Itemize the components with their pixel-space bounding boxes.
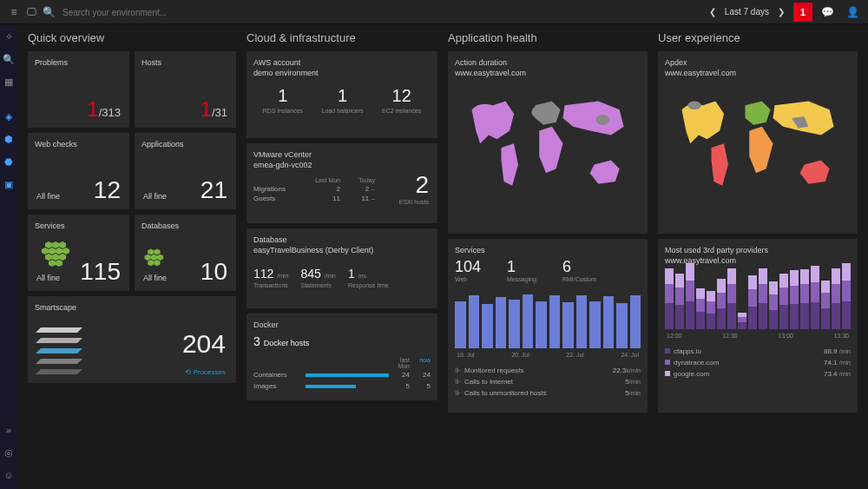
- col-quick-overview: Quick overview Problems 1/313 Hosts 1/31…: [28, 31, 236, 482]
- col-ux: User experience Apdex www.easytravel.com: [658, 31, 858, 482]
- docker-hosts-label: Docker hosts: [264, 339, 310, 347]
- problems-total: /313: [99, 106, 121, 119]
- tile-label: VMware vCenter: [253, 150, 431, 159]
- svg-marker-12: [148, 248, 154, 254]
- tile-label: Services: [35, 221, 122, 230]
- providers-bar-chart: [665, 274, 851, 329]
- tile-action-duration[interactable]: Action duration www.easytravel.com: [448, 51, 648, 234]
- webchecks-count: 12: [94, 176, 121, 204]
- tile-webchecks[interactable]: Web checks All fine 12: [28, 133, 129, 209]
- svg-marker-15: [151, 254, 157, 261]
- services-count: 115: [80, 258, 121, 286]
- svg-marker-5: [56, 248, 62, 254]
- tile-subtitle: demo environment: [253, 69, 431, 77]
- svg-marker-16: [157, 254, 163, 261]
- chat-icon[interactable]: 💬: [818, 6, 838, 18]
- nav-app-icon[interactable]: ▣: [0, 175, 17, 193]
- metric-value: 1: [322, 86, 364, 106]
- topbar-right: ❮ Last 7 days ❯ 1 💬 👤: [706, 3, 863, 22]
- tile-label: Apdex: [665, 58, 851, 67]
- tile-label: Database: [253, 235, 431, 244]
- services-xaxis: 18. Jul20. Jul22. Jul24. Jul: [455, 352, 641, 358]
- alert-badge[interactable]: 1: [793, 3, 812, 22]
- tile-docker[interactable]: Docker 3 Docker hosts last Monnow Contai…: [247, 314, 437, 400]
- tile-smartscape[interactable]: Smartscape 204 Processes: [28, 296, 236, 383]
- svg-marker-14: [145, 254, 151, 261]
- smartscape-count: 204: [182, 329, 226, 359]
- svg-marker-0: [45, 241, 52, 248]
- nav-expand-icon[interactable]: »: [0, 421, 17, 439]
- problems-count: 1: [87, 97, 98, 121]
- next-period-icon[interactable]: ❯: [774, 7, 788, 17]
- tile-subtitle: www.easytravel.com: [665, 69, 851, 77]
- nav-target-icon[interactable]: ◎: [0, 444, 17, 461]
- search-icon[interactable]: 🔍: [40, 6, 57, 18]
- svg-marker-11: [56, 260, 62, 267]
- svg-point-19: [532, 104, 556, 120]
- time-period[interactable]: Last 7 days: [725, 7, 769, 17]
- search-input[interactable]: [57, 4, 318, 21]
- svg-point-21: [687, 102, 701, 110]
- top-bar: ≡ 🖵 🔍 ❮ Last 7 days ❯ 1 💬 👤: [0, 0, 868, 24]
- tile-services[interactable]: Services All fine 115: [28, 215, 129, 291]
- tile-label: Applications: [141, 140, 229, 149]
- nav-db-icon[interactable]: ⬣: [0, 153, 17, 170]
- nav-hex-icon[interactable]: ⬢: [0, 130, 17, 148]
- monitor-icon[interactable]: 🖵: [23, 6, 40, 18]
- nav-grid-icon[interactable]: ▦: [0, 73, 17, 90]
- services-list: Monitored requests22.3k/min Calls to Int…: [455, 365, 641, 399]
- svg-marker-13: [154, 248, 160, 254]
- docker-hosts-count: 3: [253, 334, 260, 348]
- tile-label: Smartscape: [35, 303, 229, 312]
- status-text: All fine: [36, 274, 60, 282]
- tile-applications[interactable]: Applications All fine 21: [135, 133, 236, 209]
- svg-marker-2: [59, 241, 66, 248]
- svg-marker-8: [52, 254, 59, 261]
- svg-marker-7: [45, 254, 52, 261]
- world-map-purple: [455, 83, 641, 213]
- section-title-cloud: Cloud & infrastructure: [247, 31, 437, 44]
- tile-subtitle: www.easytravel.com: [455, 69, 641, 77]
- tile-label: AWS account: [253, 58, 431, 67]
- providers-xaxis: 12:0012:3013:0013:30: [665, 333, 851, 339]
- col-app-health: Application health Action duration www.e…: [448, 31, 648, 482]
- tile-label: Web checks: [35, 140, 122, 149]
- metric-label: Load balancers: [322, 108, 364, 115]
- tile-subtitle: easyTravelBusiness (Derby Client): [253, 246, 431, 254]
- menu-icon[interactable]: ≡: [5, 6, 23, 18]
- database-stats: 112 /minTransactions 845 /minStatements …: [253, 267, 431, 288]
- tile-vcenter[interactable]: VMware vCenter emea-gdn-vc002 Last MonTo…: [247, 143, 437, 223]
- tile-label: Most used 3rd party providers: [665, 246, 851, 254]
- svg-marker-6: [62, 248, 69, 254]
- status-text: All fine: [143, 192, 167, 201]
- docker-row: Containers2424: [253, 369, 431, 380]
- svg-marker-1: [52, 241, 59, 248]
- status-text: All fine: [143, 274, 167, 282]
- svg-marker-10: [49, 260, 56, 267]
- metric-label: EC2 instances: [382, 108, 421, 115]
- tile-apdex[interactable]: Apdex www.easytravel.com: [658, 51, 858, 234]
- user-icon[interactable]: 👤: [843, 6, 863, 18]
- hosts-total: /31: [212, 106, 227, 119]
- prev-period-icon[interactable]: ❮: [706, 7, 720, 17]
- docker-row: Images55: [253, 380, 431, 392]
- nav-compass-icon[interactable]: ✧: [0, 28, 17, 45]
- dashboard-content: Quick overview Problems 1/313 Hosts 1/31…: [17, 24, 868, 489]
- tile-third-party[interactable]: Most used 3rd party providers www.easytr…: [658, 239, 858, 413]
- metric-value: 1: [263, 86, 303, 106]
- svg-marker-4: [49, 248, 56, 254]
- tile-label: Problems: [35, 58, 122, 67]
- tile-database[interactable]: Database easyTravelBusiness (Derby Clien…: [247, 228, 437, 308]
- nav-search-icon[interactable]: 🔍: [0, 50, 17, 68]
- tile-databases[interactable]: Databases All fine 10: [135, 215, 236, 291]
- tile-label: Action duration: [455, 58, 641, 67]
- nav-person-icon[interactable]: ☺: [0, 466, 17, 484]
- tile-aws[interactable]: AWS account demo environment 1RDS instan…: [247, 51, 437, 138]
- nav-cube-icon[interactable]: ◈: [0, 108, 17, 125]
- tile-problems[interactable]: Problems 1/313: [28, 51, 129, 128]
- section-title-ux: User experience: [658, 31, 858, 44]
- tile-app-services[interactable]: Services 104Web 1Messaging 6RMI/Custom 1…: [448, 239, 648, 413]
- layers-icon: [38, 326, 80, 378]
- metric-value: 12: [382, 86, 421, 106]
- tile-hosts[interactable]: Hosts 1/31: [135, 51, 236, 128]
